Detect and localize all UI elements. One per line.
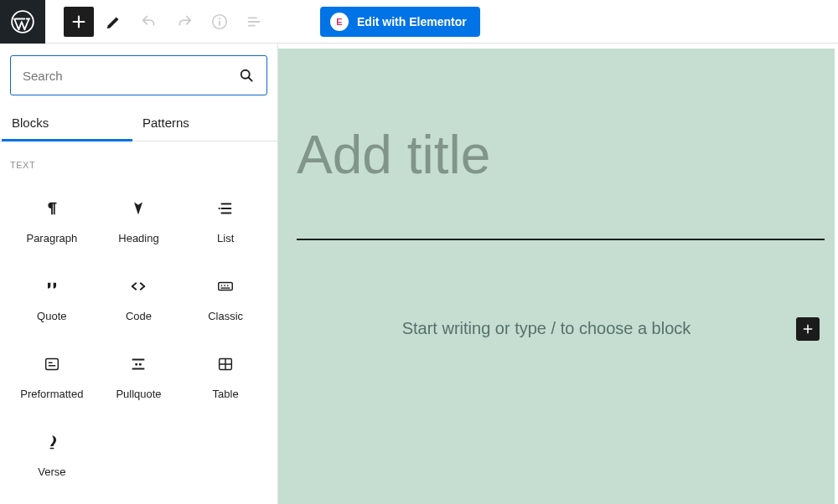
block-label: Paragraph: [26, 232, 77, 244]
block-classic[interactable]: Classic: [182, 263, 269, 334]
verse-icon: [42, 432, 62, 452]
block-paragraph[interactable]: Paragraph: [8, 185, 96, 256]
svg-rect-3: [219, 21, 220, 26]
table-icon: [215, 354, 235, 374]
add-block-button[interactable]: [64, 7, 94, 37]
wordpress-logo[interactable]: [0, 0, 45, 44]
pencil-icon: [105, 13, 123, 31]
plus-icon: [801, 322, 815, 336]
block-grid: Paragraph Heading List Quote Code: [0, 173, 277, 490]
category-header: TEXT: [0, 141, 277, 173]
block-label: Heading: [118, 232, 158, 244]
svg-point-7: [224, 285, 225, 286]
block-label: Preformatted: [20, 388, 83, 400]
title-placeholder[interactable]: Add title: [297, 131, 828, 180]
block-label: Quote: [37, 310, 66, 322]
paragraph-icon: [42, 198, 62, 219]
block-label: Code: [126, 310, 152, 322]
block-inserter-panel: Blocks Patterns TEXT Paragraph Heading L…: [0, 44, 278, 504]
block-quote[interactable]: Quote: [8, 263, 96, 334]
pullquote-icon: [128, 354, 148, 374]
block-label: Pullquote: [116, 388, 161, 400]
editor-toolbar: E Edit with Elementor: [0, 0, 838, 44]
block-table[interactable]: Table: [182, 341, 269, 412]
tab-patterns[interactable]: Patterns: [132, 104, 199, 141]
block-preformatted[interactable]: Preformatted: [8, 341, 96, 412]
svg-rect-9: [221, 287, 230, 288]
title-separator: [297, 239, 825, 240]
block-label: Verse: [38, 465, 65, 478]
heading-icon: [128, 198, 148, 219]
search-container: [0, 44, 277, 104]
toolbar-buttons: [64, 7, 270, 37]
editor-canvas: Add title Start writing or type / to cho…: [278, 44, 838, 504]
inline-add-block-button[interactable]: [796, 317, 820, 341]
edit-mode-button[interactable]: [99, 7, 129, 37]
svg-point-2: [219, 18, 220, 19]
undo-icon: [140, 13, 158, 31]
content-placeholder[interactable]: Start writing or type / to choose a bloc…: [297, 319, 796, 338]
edit-with-elementor-button[interactable]: E Edit with Elementor: [320, 7, 480, 37]
title-area[interactable]: Add title: [288, 44, 828, 180]
inserter-tabs: Blocks Patterns: [0, 104, 277, 141]
search-input[interactable]: [23, 69, 238, 83]
quote-icon: [42, 276, 62, 296]
block-label: List: [217, 232, 234, 244]
content-area[interactable]: Start writing or type / to choose a bloc…: [297, 317, 820, 341]
plus-icon: [70, 13, 88, 31]
info-button[interactable]: [204, 7, 235, 37]
classic-icon: [215, 276, 235, 296]
elementor-icon: E: [330, 13, 349, 31]
redo-button[interactable]: [169, 7, 199, 37]
code-icon: [128, 276, 148, 296]
svg-rect-10: [45, 359, 58, 370]
svg-point-6: [221, 285, 223, 286]
tab-blocks[interactable]: Blocks: [2, 104, 132, 141]
block-verse[interactable]: Verse: [8, 419, 96, 490]
undo-button[interactable]: [134, 7, 164, 37]
block-label: Table: [213, 388, 239, 400]
block-label: Classic: [208, 310, 243, 322]
elementor-label: Edit with Elementor: [357, 15, 467, 28]
info-icon: [210, 13, 229, 31]
preformatted-icon: [42, 354, 62, 374]
block-heading[interactable]: Heading: [96, 185, 183, 256]
block-list[interactable]: List: [182, 185, 269, 256]
wordpress-icon: [11, 10, 34, 33]
list-view-icon: [246, 13, 264, 31]
list-icon: [215, 198, 235, 219]
outline-button[interactable]: [240, 7, 270, 37]
block-pullquote[interactable]: Pullquote: [96, 341, 183, 412]
svg-point-8: [227, 285, 229, 286]
block-code[interactable]: Code: [96, 263, 183, 334]
search-box[interactable]: [10, 55, 267, 95]
svg-rect-5: [219, 282, 233, 290]
search-icon: [238, 67, 255, 84]
redo-icon: [175, 13, 194, 31]
